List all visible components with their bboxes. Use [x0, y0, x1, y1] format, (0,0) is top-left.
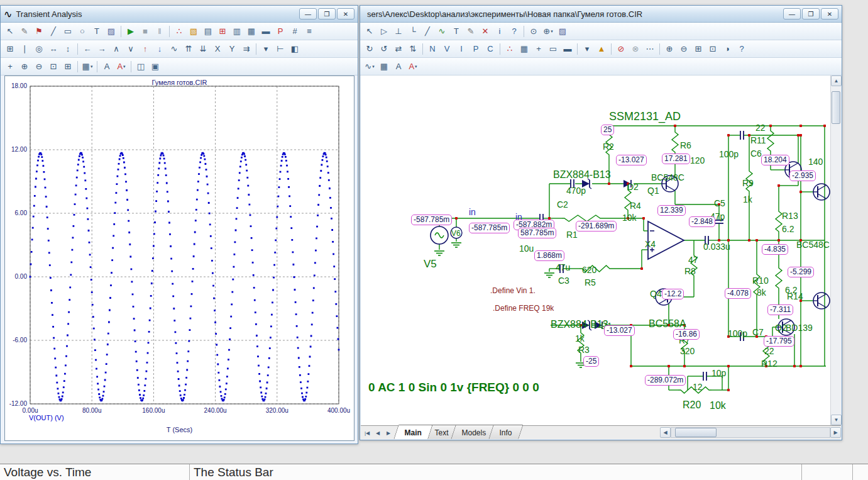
component-mode-icon[interactable]: ▷	[377, 25, 391, 38]
wire-mode-icon[interactable]: └	[406, 25, 420, 38]
properties-icon[interactable]: ≡	[302, 25, 316, 38]
powers-icon[interactable]: P	[469, 42, 483, 56]
title-block-icon[interactable]: ▬	[561, 42, 574, 56]
conditions-icon[interactable]: C	[483, 42, 497, 56]
cursor-mode-icon[interactable]: ∣	[18, 42, 31, 56]
run-icon[interactable]: ▶	[124, 25, 138, 38]
ellipse-icon[interactable]: ○	[75, 25, 89, 38]
zoom-dropdown-icon[interactable]: ⊕▾	[541, 25, 555, 38]
rectangle-icon[interactable]: ▭	[61, 25, 75, 38]
more-icon[interactable]: ⋯	[643, 42, 657, 56]
next-point-right-icon[interactable]: →	[95, 42, 109, 56]
tokens-icon[interactable]: ▧	[187, 25, 201, 38]
design-rules-icon[interactable]: ▲	[595, 42, 608, 56]
stop-icon[interactable]: ■	[138, 25, 152, 38]
next-point-left-icon[interactable]: ←	[80, 42, 94, 56]
picture-icon[interactable]: ▨	[556, 25, 569, 38]
close-button[interactable]: ✕	[337, 8, 354, 20]
zoom-in-icon[interactable]: ⊕	[662, 42, 676, 56]
help-icon[interactable]: ?	[735, 42, 749, 56]
currents-icon[interactable]: I	[454, 42, 468, 56]
pencil-icon[interactable]: ✎	[464, 25, 478, 38]
font-icon[interactable]: A	[100, 60, 114, 74]
diagonal-wire-icon[interactable]: ╱	[420, 25, 434, 38]
mirror-icon[interactable]: ◑	[720, 42, 734, 56]
maximize-button[interactable]: ❐	[802, 8, 820, 20]
global-low-icon[interactable]: ⇊	[196, 42, 210, 56]
zoom-in-icon[interactable]: ⊕	[18, 60, 31, 74]
grid-icon[interactable]: ▦	[517, 42, 531, 56]
zoom-out-icon[interactable]: ⊖	[677, 42, 691, 56]
low-icon[interactable]: ↓	[153, 42, 167, 56]
vscroll-down-button[interactable]: ▼	[831, 415, 842, 425]
graphics-icon[interactable]: ✎	[18, 25, 31, 38]
font-color-icon[interactable]: A▾	[406, 60, 420, 74]
help-mode-icon[interactable]: ?	[507, 25, 521, 38]
rotate-icon[interactable]: ↺	[377, 42, 391, 56]
inflection-icon[interactable]: ∿	[167, 42, 181, 56]
info-mode-icon[interactable]: i	[493, 25, 507, 38]
hscroll-left-button[interactable]: ◀	[660, 427, 671, 438]
peak-icon[interactable]: ∧	[109, 42, 123, 56]
tags-icon[interactable]: ⊞	[216, 25, 229, 38]
pkey-icon[interactable]: P	[273, 25, 287, 38]
flag-icon[interactable]: ⚑	[32, 25, 46, 38]
schematic-titlebar[interactable]: sers\Алекс\Desktop\анализ\эксперименты\Н…	[360, 6, 842, 23]
plot-canvas[interactable]: 18.0012.006.000.00-6.00-12.000.00u80.00u…	[5, 76, 354, 440]
attribute-dropdown-icon[interactable]: ▾	[580, 42, 594, 56]
zoom-out-icon[interactable]: ⊖	[32, 60, 46, 74]
schematic-canvas[interactable]: SSM2131_ADR2R612022R11C6100p140BZX884-B1…	[361, 75, 831, 426]
border-icon[interactable]: ▭	[546, 42, 560, 56]
line-icon[interactable]: ╱	[47, 25, 60, 38]
pin-connections-icon[interactable]: ∴	[503, 42, 517, 56]
minimize-button[interactable]: —	[299, 8, 317, 20]
keep-scale-icon[interactable]: ◧	[288, 42, 302, 56]
pan-icon[interactable]: +	[3, 60, 17, 74]
vscroll-track[interactable]	[831, 86, 841, 415]
horizontal-grids-icon[interactable]: ▥	[230, 25, 244, 38]
branch-dropdown-icon[interactable]: ▾	[259, 42, 273, 56]
node-voltages-icon[interactable]: V	[440, 42, 454, 56]
ground-icon[interactable]: ⊥	[392, 25, 405, 38]
vscroll-up-button[interactable]: ▲	[831, 75, 842, 86]
copy-window-icon[interactable]: ▣	[148, 60, 162, 74]
close-button[interactable]: ✕	[821, 8, 838, 20]
scale-mode-icon[interactable]: ⊞	[3, 42, 17, 56]
zoom-area-icon[interactable]: ⊞	[691, 42, 705, 56]
hscroll-track[interactable]	[671, 427, 830, 438]
go-to-y-icon[interactable]: Y	[225, 42, 239, 56]
find-icon[interactable]: ⊙	[527, 25, 541, 38]
tab-next-button[interactable]: ▶	[383, 428, 393, 438]
font-icon[interactable]: A	[392, 60, 405, 74]
tab-info[interactable]: Info	[488, 425, 523, 439]
picture-icon[interactable]: ▨	[104, 25, 118, 38]
hscroll-thumb[interactable]	[675, 428, 717, 437]
tab-first-button[interactable]: |◀	[362, 428, 372, 438]
zoom-fit-icon[interactable]: ⊡	[706, 42, 720, 56]
cancel-icon[interactable]: ⊗	[629, 42, 642, 56]
copy-graph-icon[interactable]: ◫	[134, 60, 148, 74]
horizontal-tag-icon[interactable]: ↔	[47, 42, 60, 56]
view-dropdown-icon[interactable]: ▦▾	[80, 60, 94, 74]
transient-titlebar[interactable]: ∿ Transient Analysis —❐✕	[1, 6, 358, 23]
delete-icon[interactable]: ✕	[478, 25, 492, 38]
text-icon[interactable]: T	[449, 25, 463, 38]
tab-prev-button[interactable]: ◀	[373, 428, 383, 438]
flip-horizontal-icon[interactable]: ⇄	[392, 42, 405, 56]
valley-icon[interactable]: ∨	[124, 42, 138, 56]
hscroll-right-button[interactable]: ▶	[830, 427, 841, 438]
refresh-icon[interactable]: ↻	[363, 42, 376, 56]
vscroll-thumb[interactable]	[832, 91, 840, 124]
sine-source-icon[interactable]: ∿	[435, 25, 449, 38]
vertical-tag-icon[interactable]: ↕	[61, 42, 75, 56]
high-icon[interactable]: ↑	[138, 42, 152, 56]
baseline-icon[interactable]: ▬	[259, 25, 273, 38]
maximize-button[interactable]: ❐	[318, 8, 336, 20]
data-points-icon[interactable]: ∴	[172, 25, 186, 38]
pause-icon[interactable]: ‖	[153, 25, 167, 38]
point-tag-icon[interactable]: ◎	[32, 42, 46, 56]
node-numbers-icon[interactable]: N	[426, 42, 439, 56]
global-high-icon[interactable]: ⇈	[182, 42, 195, 56]
vertical-grids-icon[interactable]: ▦	[244, 25, 258, 38]
clear-icon[interactable]: ⊘	[614, 42, 628, 56]
